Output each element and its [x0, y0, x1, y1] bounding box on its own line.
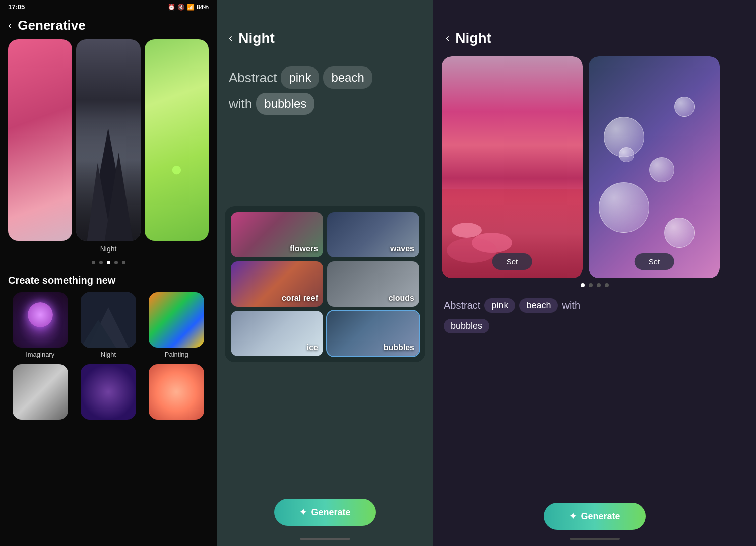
thumb-label-imaginary: Imaginary [26, 351, 54, 358]
result-card-bubbles[interactable]: Set [589, 56, 720, 278]
keyword-tile-ice[interactable]: ice [231, 311, 323, 356]
panel3-home-indicator [570, 538, 620, 540]
prompt-word-abstract: Abstract [229, 68, 277, 88]
kw-label-clouds: clouds [388, 294, 414, 303]
thumb-img-imaginary [13, 292, 68, 348]
bubbles-bg [589, 56, 720, 278]
thumb-img-gray [13, 364, 68, 420]
pd-tag-pink[interactable]: pink [484, 298, 515, 313]
pd-word-abstract: Abstract [444, 300, 480, 311]
dot-2 [99, 261, 103, 264]
generate-button[interactable]: ✦ Generate [274, 499, 375, 526]
pd-tag-bubbles[interactable]: bubbles [444, 319, 489, 333]
prompt-tag-beach[interactable]: beach [323, 66, 372, 89]
thumb-label-painting: Painting [165, 351, 188, 358]
wifi-icon: 📶 [187, 4, 195, 11]
status-icons: ⏰ 🔇 📶 84% [168, 4, 209, 11]
kw-label-waves: waves [390, 244, 414, 253]
prompt-display-2: bubbles [433, 319, 756, 339]
thumb-imaginary[interactable]: Imaginary [8, 292, 72, 358]
set-button-1[interactable]: Set [492, 253, 532, 270]
back-button[interactable]: ‹ [8, 19, 12, 32]
night-label-row: Night [0, 241, 217, 257]
result-card-pink-beach[interactable]: Set [442, 56, 583, 278]
create-title: Create something new [8, 275, 209, 286]
dot-4 [114, 261, 118, 264]
panel-night-keywords: ‹ Night Abstract pink beach with bubbles… [217, 0, 433, 546]
keyword-tile-coral-reef[interactable]: coral reef [231, 261, 323, 307]
panel3-bottom-bar [433, 538, 756, 546]
wallpaper-pink[interactable] [8, 39, 72, 241]
pd-tag-beach[interactable]: beach [519, 298, 558, 313]
bubble-5 [664, 218, 695, 248]
thumb-purple[interactable] [76, 364, 140, 420]
thumb-img-night [81, 292, 136, 348]
panel2-back-button[interactable]: ‹ [229, 32, 232, 45]
dot-5 [122, 261, 125, 264]
dots-row [0, 257, 217, 268]
panel3-header: ‹ Night [433, 0, 756, 56]
prompt-tag-bubbles[interactable]: bubbles [256, 93, 314, 115]
generate-label: Generate [311, 507, 350, 518]
generate-btn-wrap: ✦ Generate [217, 487, 433, 538]
panel-generative: 17:05 ⏰ 🔇 📶 84% ‹ Generative Night [0, 0, 217, 546]
prompt-display: Abstract pink beach with [433, 292, 756, 319]
prompt-word-with: with [229, 94, 252, 114]
thumb-label-night: Night [101, 351, 116, 358]
prompt-area: Abstract pink beach with bubbles [217, 56, 433, 206]
volume-icon: 🔇 [177, 4, 185, 11]
create-section: Create something new Imaginary Night Pa [0, 268, 217, 362]
bubble-3 [599, 182, 649, 233]
bottom-bar [217, 538, 433, 546]
panel1-title: Generative [18, 18, 85, 33]
thumb-peach[interactable] [145, 364, 209, 420]
prompt-tag-pink[interactable]: pink [281, 66, 319, 89]
kw-label-ice: ice [307, 343, 318, 352]
panel3-generate-icon: ✦ [569, 511, 577, 522]
wallpaper-preview-row [0, 39, 217, 241]
dot-3-active [107, 261, 110, 264]
panel3-generate-wrap: ✦ Generate [433, 495, 756, 538]
thumb-img-peach [149, 364, 204, 420]
kw-label-flowers: flowers [290, 244, 318, 253]
wallpaper-night[interactable] [76, 39, 140, 241]
thumb-img-purple [81, 364, 136, 420]
thumb-painting[interactable]: Painting [145, 292, 209, 358]
bubble-2 [649, 157, 674, 182]
alarm-icon: ⏰ [168, 4, 175, 11]
keyword-grid: flowers waves coral reef clouds ice bubb… [225, 206, 425, 362]
status-bar: 17:05 ⏰ 🔇 📶 84% [0, 0, 217, 14]
result-dots-row [433, 278, 756, 292]
panel2-header: ‹ Night [217, 0, 433, 56]
wallpaper-green[interactable] [145, 39, 209, 241]
keyword-tile-waves[interactable]: waves [327, 212, 419, 257]
prompt-line2: with bubbles [229, 93, 421, 115]
battery-text: 84% [197, 4, 209, 11]
bubble-6 [619, 147, 634, 162]
result-dot-4 [605, 283, 609, 287]
prompt-line: Abstract pink beach [229, 66, 421, 89]
result-dot-3 [597, 283, 601, 287]
set-button-2[interactable]: Set [635, 253, 674, 270]
thumb-gray[interactable] [8, 364, 72, 420]
status-time: 17:05 [8, 3, 25, 11]
panel2-title: Night [238, 30, 275, 46]
generate-icon: ✦ [299, 507, 307, 518]
thumb-night[interactable]: Night [76, 292, 140, 358]
panel-results: ‹ Night Set [433, 0, 756, 546]
panel3-back-button[interactable]: ‹ [446, 32, 449, 45]
thumb-img-painting [149, 292, 204, 348]
panel3-title: Night [455, 30, 491, 46]
kw-label-bubbles: bubbles [384, 343, 414, 352]
panel3-generate-button[interactable]: ✦ Generate [544, 503, 645, 530]
pd-word-with: with [562, 300, 580, 311]
keyword-tile-flowers[interactable]: flowers [231, 212, 323, 257]
dot-1 [92, 261, 95, 264]
keyword-tile-bubbles[interactable]: bubbles [327, 311, 419, 356]
second-row-thumbs [0, 364, 217, 420]
results-scroll: Set Set [433, 56, 756, 278]
result-dot-1 [581, 283, 585, 287]
keyword-tile-clouds[interactable]: clouds [327, 261, 419, 307]
kw-label-coral: coral reef [282, 294, 318, 303]
bubble-4 [674, 97, 695, 117]
